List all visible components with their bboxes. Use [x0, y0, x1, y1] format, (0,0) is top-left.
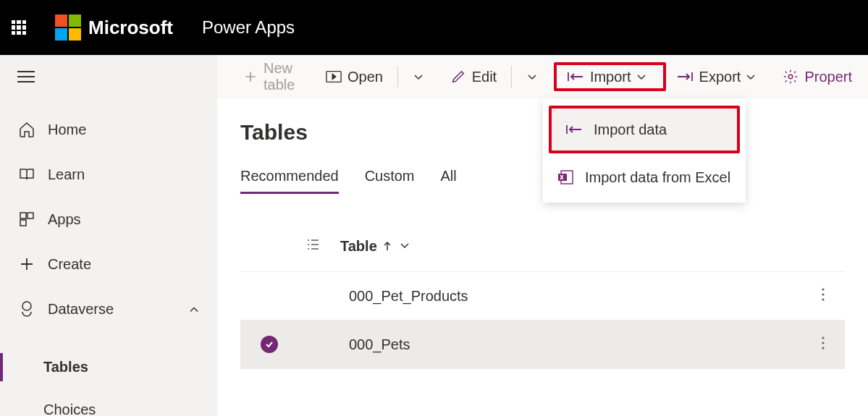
app-title: Power Apps [202, 17, 295, 38]
row-selector[interactable] [248, 336, 291, 353]
svg-rect-1 [28, 213, 33, 218]
more-vertical-icon [822, 336, 825, 349]
open-icon [326, 70, 342, 83]
list-icon[interactable] [306, 237, 320, 255]
sidebar-item-choices[interactable]: Choices [0, 389, 217, 416]
sidebar-item-create[interactable]: Create [0, 242, 217, 286]
svg-point-11 [822, 341, 824, 344]
microsoft-logo: Microsoft [55, 14, 173, 41]
svg-rect-2 [20, 220, 26, 226]
sidebar-item-label: Tables [43, 359, 88, 375]
chevron-down-icon [745, 71, 757, 82]
import-dropdown: Import data Import data from Excel [543, 98, 746, 203]
sidebar-item-label: Dataverse [48, 301, 114, 318]
command-bar: New table Open Edit Import [217, 55, 868, 98]
row-more-button[interactable] [801, 286, 845, 305]
table-row[interactable]: 000_Pet_Products [240, 272, 845, 321]
export-icon [676, 70, 694, 83]
import-icon [567, 70, 584, 83]
edit-icon [450, 69, 466, 85]
edit-button[interactable]: Edit [440, 62, 507, 91]
separator [511, 66, 512, 88]
main-area: New table Open Edit Import [217, 55, 868, 416]
button-label: Propert [804, 69, 852, 85]
properties-button[interactable]: Propert [772, 62, 852, 91]
waffle-icon[interactable] [12, 20, 26, 35]
home-icon [17, 120, 36, 139]
open-chevron[interactable] [403, 62, 440, 91]
chevron-up-icon [188, 301, 200, 318]
table-header-row: Table [240, 237, 845, 272]
brand-text: Microsoft [88, 17, 173, 39]
svg-point-4 [789, 75, 793, 79]
app-header: Microsoft Power Apps [0, 0, 868, 55]
column-header-table[interactable]: Table [340, 238, 377, 255]
svg-point-10 [822, 336, 824, 339]
chevron-down-icon [526, 71, 538, 82]
create-icon [17, 255, 36, 273]
excel-icon [556, 168, 575, 187]
sidebar-item-home[interactable]: Home [0, 107, 217, 152]
dropdown-item-import-excel[interactable]: Import data from Excel [543, 156, 746, 198]
gear-icon [783, 69, 799, 85]
tab-recommended[interactable]: Recommended [240, 168, 339, 194]
cell-table-name: 000_Pets [291, 336, 801, 353]
edit-chevron[interactable] [516, 62, 554, 91]
dropdown-label: Import data from Excel [585, 169, 730, 186]
sidebar-item-tables[interactable]: Tables [0, 346, 217, 389]
sidebar-item-dataverse[interactable]: Dataverse [0, 286, 217, 331]
tab-all[interactable]: All [441, 168, 457, 194]
sidebar-item-label: Create [48, 256, 91, 273]
dataverse-icon [17, 300, 36, 318]
button-label: Edit [472, 69, 497, 85]
chevron-down-icon[interactable] [399, 238, 410, 255]
button-label: Open [347, 69, 383, 85]
chevron-down-icon [413, 71, 424, 82]
export-button[interactable]: Export [666, 62, 773, 91]
svg-point-8 [822, 293, 824, 295]
separator [397, 66, 398, 88]
learn-icon [17, 165, 36, 184]
sidebar-item-apps[interactable]: Apps [0, 197, 217, 242]
open-button[interactable]: Open [316, 62, 393, 91]
table-row[interactable]: 000_Pets [240, 321, 845, 369]
svg-point-12 [822, 347, 824, 349]
svg-rect-6 [558, 174, 567, 181]
checkmark-icon [261, 336, 278, 353]
tab-custom[interactable]: Custom [365, 168, 415, 194]
sidebar-item-learn[interactable]: Learn [0, 152, 217, 197]
plus-icon [243, 69, 258, 84]
svg-point-7 [822, 288, 824, 290]
chevron-down-icon [636, 71, 647, 82]
sidebar-item-label: Apps [48, 211, 81, 228]
more-vertical-icon [822, 288, 825, 301]
import-button[interactable]: Import [554, 62, 666, 91]
sidebar-item-label: Home [48, 122, 86, 138]
sidebar-item-label: Choices [43, 402, 96, 416]
cell-table-name: 000_Pet_Products [291, 288, 801, 305]
apps-icon [17, 210, 36, 229]
sidebar: Home Learn Apps Create [0, 55, 217, 416]
sort-asc-icon [383, 238, 392, 255]
row-more-button[interactable] [801, 335, 845, 354]
sidebar-item-label: Learn [48, 166, 85, 183]
dropdown-item-import-data[interactable]: Import data [549, 106, 740, 153]
svg-point-9 [822, 298, 824, 300]
dropdown-label: Import data [594, 122, 667, 138]
microsoft-logo-tiles [55, 14, 81, 41]
button-label: Export [699, 69, 741, 85]
button-label: New table [264, 60, 306, 93]
svg-rect-0 [20, 213, 26, 218]
new-table-button[interactable]: New table [233, 62, 316, 91]
hamburger-button[interactable] [0, 61, 217, 93]
hamburger-icon [17, 71, 35, 82]
button-label: Import [590, 69, 631, 85]
import-icon [565, 120, 583, 139]
